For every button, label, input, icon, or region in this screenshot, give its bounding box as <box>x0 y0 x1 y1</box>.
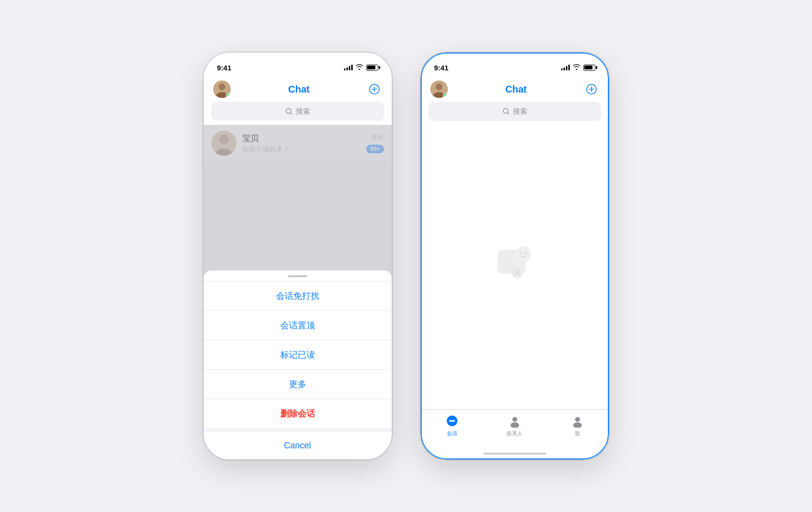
svg-point-22 <box>525 252 527 254</box>
svg-point-27 <box>449 420 451 422</box>
svg-point-21 <box>520 252 522 254</box>
home-indicator-right <box>421 448 609 459</box>
signal-icon <box>344 65 353 70</box>
tab-chat[interactable]: 会话 <box>421 415 483 437</box>
action-cancel[interactable]: Cancel <box>204 428 392 459</box>
status-time-left: 9:41 <box>217 64 232 72</box>
tab-me-label: 我 <box>575 430 580 437</box>
tab-chat-label: 会话 <box>447 430 457 437</box>
action-mark-read[interactable]: 标记已读 <box>204 340 392 369</box>
status-time-right: 9:41 <box>434 64 449 72</box>
action-sheet: 会话免打扰 会话置顶 标记已读 更多 删除会话 Cancel <box>204 270 392 459</box>
action-mute[interactable]: 会话免打扰 <box>204 281 392 310</box>
tab-bar-right: 会话 联系人 我 <box>421 409 609 448</box>
me-tab-icon <box>571 415 584 428</box>
nav-title-right: Chat <box>505 84 526 95</box>
signal-icon-right <box>561 65 570 70</box>
search-icon-right <box>502 108 510 115</box>
status-icons-left <box>344 64 378 71</box>
tab-chat-icon-wrap <box>445 415 459 428</box>
status-icons-right <box>561 64 595 71</box>
add-button-left[interactable] <box>367 82 382 96</box>
tab-contacts-label: 联系人 <box>507 430 523 437</box>
sheet-handle <box>288 275 307 277</box>
nav-title-left: Chat <box>288 84 309 95</box>
battery-icon-right <box>583 65 595 71</box>
svg-point-30 <box>512 417 517 422</box>
wifi-icon-right <box>573 64 580 71</box>
svg-point-1 <box>219 83 225 90</box>
tab-me-icon-wrap <box>571 415 584 428</box>
status-bar-left: 9:41 <box>204 53 392 77</box>
svg-point-12 <box>436 83 442 90</box>
online-indicator-right <box>443 93 448 98</box>
tab-contacts[interactable]: 联系人 <box>483 415 546 437</box>
empty-state <box>421 125 609 409</box>
search-placeholder-right: 搜索 <box>513 107 527 116</box>
svg-point-33 <box>573 422 582 428</box>
action-pin[interactable]: 会话置顶 <box>204 310 392 340</box>
tab-me[interactable]: 我 <box>546 415 609 437</box>
avatar-left[interactable] <box>213 81 231 98</box>
deleted-icon <box>493 245 537 289</box>
action-delete[interactable]: 删除会话 <box>204 399 392 428</box>
search-icon-left <box>285 108 293 115</box>
contacts-tab-icon <box>509 415 521 428</box>
wifi-icon <box>356 64 363 71</box>
avatar-right[interactable] <box>430 81 448 98</box>
left-phone: 长按选择 9:41 <box>204 53 392 459</box>
online-indicator <box>226 93 231 98</box>
add-button-right[interactable] <box>584 82 599 96</box>
chat-tab-icon <box>445 415 459 428</box>
tab-contacts-icon-wrap <box>508 415 522 428</box>
battery-icon <box>366 65 378 71</box>
action-more[interactable]: 更多 <box>204 369 392 399</box>
svg-line-7 <box>290 113 292 114</box>
svg-point-32 <box>575 417 580 422</box>
search-bar-right[interactable]: 搜索 <box>428 102 601 121</box>
nav-bar-left: Chat <box>204 77 392 102</box>
svg-line-18 <box>508 113 509 114</box>
right-phone: 会话已删除 9:41 <box>421 53 609 459</box>
search-placeholder-left: 搜索 <box>296 107 310 116</box>
nav-bar-right: Chat <box>421 77 609 102</box>
svg-point-31 <box>510 422 519 428</box>
status-bar-right: 9:41 <box>421 53 609 77</box>
svg-point-29 <box>453 420 455 422</box>
svg-point-20 <box>515 246 531 262</box>
svg-point-28 <box>451 420 453 422</box>
search-bar-left[interactable]: 搜索 <box>211 102 384 121</box>
